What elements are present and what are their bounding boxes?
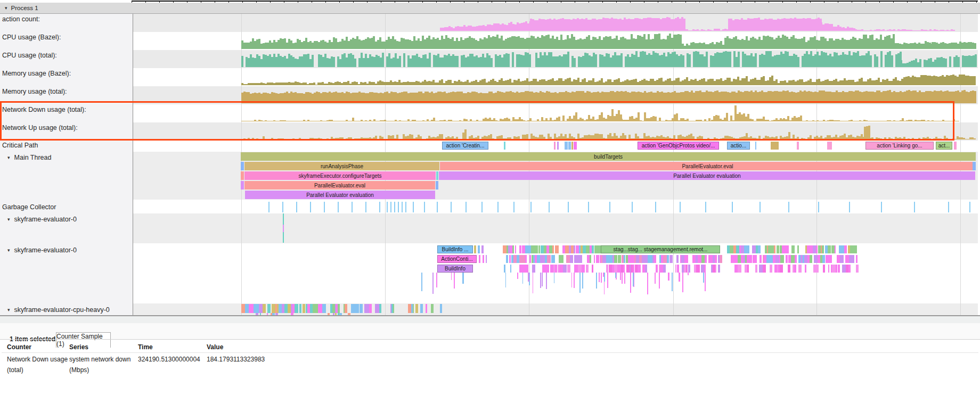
slice-sliver[interactable] (827, 142, 832, 150)
flame-sliver[interactable] (748, 255, 752, 263)
flame-sliver[interactable] (780, 255, 783, 263)
slice-span[interactable]: Parallel Evaluator evaluation (245, 191, 435, 199)
flame-sliver[interactable] (754, 255, 757, 263)
flame-sliver[interactable] (813, 265, 817, 273)
slice-span[interactable]: ParallelEvaluator.eval (440, 162, 975, 170)
sidebar-track-label[interactable]: Memory usage (Bazel): (2, 69, 71, 78)
flame-sliver[interactable] (816, 245, 818, 253)
slice-sliver[interactable] (504, 142, 505, 150)
gc-event-tick[interactable] (398, 202, 399, 212)
flame-sliver[interactable] (835, 245, 836, 253)
flame-sliver[interactable] (267, 304, 271, 313)
slice-sliver[interactable] (479, 255, 480, 263)
flame-sliver[interactable] (842, 265, 846, 273)
gc-event-tick[interactable] (365, 202, 366, 212)
slice-sliver[interactable] (565, 142, 568, 150)
flame-sliver[interactable] (586, 245, 590, 253)
slice-span[interactable]: ParallelEvaluator.eval (244, 181, 435, 190)
flame-sliver[interactable] (431, 304, 434, 313)
flame-sliver[interactable] (642, 255, 644, 263)
slice-sliver[interactable] (504, 265, 505, 273)
gc-event-tick[interactable] (324, 202, 325, 212)
slice-sliver[interactable] (283, 225, 284, 232)
slice-span[interactable]: buildTargets (241, 152, 976, 161)
gc-event-tick[interactable] (632, 202, 633, 212)
slice-sliver[interactable] (755, 142, 756, 150)
slice-sliver[interactable] (973, 162, 976, 170)
gc-event-tick[interactable] (568, 202, 569, 212)
flame-sliver[interactable] (798, 265, 802, 273)
flame-sliver[interactable] (791, 245, 795, 253)
gc-event-tick[interactable] (394, 202, 395, 212)
sidebar-track-label[interactable]: CPU usage (total): (2, 51, 57, 60)
flame-sliver[interactable] (532, 265, 536, 273)
cell-series-line1[interactable]: system network down (69, 356, 130, 363)
flame-sliver[interactable] (241, 304, 245, 313)
slice-span[interactable]: action 'Linking go... (865, 142, 934, 150)
flame-sliver[interactable] (609, 265, 611, 273)
slice-sliver[interactable] (478, 245, 480, 253)
flame-sliver[interactable] (761, 255, 762, 263)
flame-sliver[interactable] (515, 245, 516, 253)
flame-sliver[interactable] (828, 265, 830, 273)
flame-sliver[interactable] (744, 245, 748, 253)
flame-sliver[interactable] (838, 265, 840, 273)
flame-sliver[interactable] (836, 265, 837, 273)
gc-event-tick[interactable] (788, 202, 789, 212)
slice-sliver[interactable] (483, 255, 484, 263)
flame-sliver[interactable] (738, 265, 741, 273)
flame-sliver[interactable] (828, 245, 831, 253)
slice-sliver[interactable] (557, 142, 559, 150)
flame-sliver[interactable] (688, 265, 690, 273)
gc-event-tick[interactable] (680, 202, 681, 212)
flame-sliver[interactable] (669, 255, 673, 263)
slice-sliver[interactable] (474, 245, 476, 253)
slice-sliver[interactable] (241, 171, 244, 180)
sidebar-divider[interactable] (133, 0, 133, 315)
flame-sliver[interactable] (562, 255, 564, 263)
flame-sliver[interactable] (822, 245, 824, 253)
flame-sliver[interactable] (654, 255, 656, 263)
gc-event-tick[interactable] (732, 202, 733, 212)
gc-event-tick[interactable] (282, 202, 283, 212)
flame-sliver[interactable] (540, 255, 543, 263)
flame-sliver[interactable] (755, 265, 757, 273)
slice-span[interactable]: action 'GenObjcProtos video/... (638, 142, 719, 150)
flame-sliver[interactable] (656, 265, 658, 273)
flame-sliver[interactable] (814, 255, 818, 263)
flame-sliver[interactable] (813, 245, 816, 253)
gc-event-tick[interactable] (402, 202, 403, 212)
flame-sliver[interactable] (578, 265, 582, 273)
collapse-icon[interactable]: ▾ (5, 5, 7, 11)
flame-sliver[interactable] (663, 255, 667, 263)
slice-sliver[interactable] (568, 142, 571, 150)
flame-sliver[interactable] (730, 245, 733, 253)
collapse-icon[interactable]: ▾ (7, 307, 10, 312)
flame-sliver[interactable] (777, 245, 779, 253)
gc-event-tick[interactable] (549, 202, 550, 212)
flame-sliver[interactable] (770, 265, 772, 273)
flame-sliver[interactable] (747, 265, 749, 273)
flame-sliver[interactable] (758, 245, 761, 253)
flame-sliver[interactable] (645, 265, 648, 273)
gc-event-tick[interactable] (296, 202, 297, 212)
slice-span[interactable]: ActionConti... (437, 255, 477, 263)
flame-sliver[interactable] (766, 255, 770, 263)
flame-sliver[interactable] (581, 255, 582, 263)
flame-sliver[interactable] (345, 304, 347, 313)
flame-sliver[interactable] (338, 304, 339, 313)
flame-sliver[interactable] (590, 255, 591, 263)
gc-event-tick[interactable] (437, 202, 438, 212)
gc-event-tick[interactable] (818, 202, 819, 212)
flame-sliver[interactable] (555, 245, 559, 253)
cell-counter-line1[interactable]: Network Down usage (7, 356, 68, 363)
flame-sliver[interactable] (517, 255, 519, 263)
flame-sliver[interactable] (747, 245, 749, 253)
flame-sliver[interactable] (574, 265, 578, 273)
slice-span[interactable]: Parallel Evaluator evaluation (439, 171, 975, 180)
sidebar-track-label[interactable]: ▾skyframe-evaluator-cpu-heavy-0 (7, 306, 110, 314)
slice-sliver[interactable] (554, 142, 556, 150)
slice-sliver[interactable] (436, 181, 438, 190)
gc-event-tick[interactable] (413, 202, 414, 212)
flame-sliver[interactable] (614, 255, 617, 263)
